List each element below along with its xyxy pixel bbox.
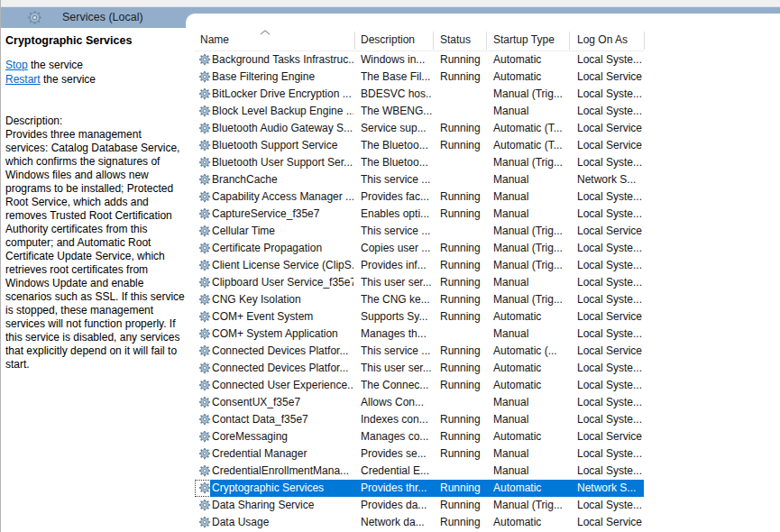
extended-view-pane: Cryptographic Services Stop the service … — [1, 28, 188, 371]
service-row[interactable]: CoreMessaging Manages co... Running Auto… — [195, 428, 644, 445]
service-description-cell: Provides inf... — [361, 257, 432, 274]
service-name-cell: CoreMessaging — [212, 428, 353, 445]
sort-ascending-icon — [260, 29, 271, 36]
console-title: Services (Local) — [62, 11, 143, 23]
service-startup-type-cell: Automatic (... — [493, 343, 568, 360]
service-row[interactable]: Background Tasks Infrastruc... Windows i… — [195, 51, 644, 69]
service-status-cell: Running — [440, 137, 485, 154]
service-row[interactable]: Clipboard User Service_f35e7 This user s… — [195, 274, 644, 291]
service-description-cell: The Connec... — [361, 377, 432, 394]
service-description-cell: Provides se... — [361, 445, 432, 463]
list-column-header: Name Description Status Startup Type Log… — [195, 28, 780, 51]
service-row[interactable]: Credential Manager Provides se... Runnin… — [195, 445, 644, 463]
service-row[interactable]: Client License Service (ClipS... Provide… — [195, 257, 644, 274]
service-log-on-as-cell: Local Service — [577, 308, 644, 326]
service-startup-type-cell: Manual — [493, 188, 568, 206]
service-gear-icon — [198, 70, 211, 83]
service-row[interactable]: Bluetooth User Support Ser... The Blueto… — [195, 154, 644, 171]
service-startup-type-cell: Automatic — [493, 360, 568, 377]
service-log-on-as-cell: Local Syste... — [577, 257, 644, 274]
service-gear-icon — [198, 122, 211, 134]
service-log-on-as-cell: Local Syste... — [577, 188, 644, 206]
stop-service-link[interactable]: Stop — [5, 59, 28, 71]
service-row[interactable]: Block Level Backup Engine ... The WBENG.… — [195, 103, 644, 120]
service-gear-icon — [198, 190, 211, 203]
service-name-cell: Data Sharing Service — [212, 497, 353, 514]
service-status-cell: Running — [440, 51, 485, 69]
service-startup-type-cell: Manual (Trig... — [493, 291, 568, 308]
service-startup-type-cell: Manual — [493, 274, 568, 291]
service-name-cell: CredentialEnrollmentMana... — [212, 463, 353, 480]
service-row[interactable]: Bluetooth Support Service The Bluetoo...… — [195, 137, 644, 154]
service-row[interactable]: ConsentUX_f35e7 Allows Con... Manual Loc… — [195, 394, 644, 411]
column-separator — [569, 32, 570, 50]
service-row[interactable]: Base Filtering Engine The Base Fil... Ru… — [195, 69, 644, 86]
service-row[interactable]: Connected Devices Platfor... This servic… — [195, 343, 644, 360]
restart-service-link[interactable]: Restart — [5, 73, 41, 86]
console-header-bar: Services (Local) — [1, 7, 780, 28]
service-startup-type-cell: Automatic — [493, 514, 568, 531]
stop-action-line: Stop the service — [5, 58, 188, 72]
column-header-log-on-as[interactable]: Log On As — [577, 28, 628, 51]
service-row[interactable]: BranchCache This service ... Manual Netw… — [195, 171, 644, 188]
service-log-on-as-cell: Local Syste... — [577, 274, 644, 291]
service-name-cell: Credential Manager — [212, 445, 353, 463]
service-row[interactable]: Cellular Time This service ... Manual (T… — [195, 223, 644, 240]
service-row[interactable]: Connected Devices Platfor... This user s… — [195, 360, 644, 377]
column-header-startup-type[interactable]: Startup Type — [493, 28, 555, 51]
service-startup-type-cell: Manual (Trig... — [493, 154, 568, 171]
service-log-on-as-cell: Local Syste... — [577, 411, 644, 428]
service-row[interactable]: Data Sharing Service Provides da... Runn… — [195, 497, 644, 514]
service-row[interactable]: COM+ System Application Manages th... Ma… — [195, 326, 644, 343]
service-name-cell: Contact Data_f35e7 — [212, 411, 353, 428]
service-row[interactable]: BitLocker Drive Encryption ... BDESVC ho… — [195, 86, 644, 103]
service-name-cell: ConsentUX_f35e7 — [212, 394, 353, 411]
service-gear-icon — [198, 413, 211, 426]
service-row[interactable]: Cryptographic Services Provides thr... R… — [195, 480, 644, 497]
service-startup-type-cell: Manual — [493, 206, 568, 223]
service-row[interactable]: Contact Data_f35e7 Indexes con... Runnin… — [195, 411, 644, 428]
service-description-cell: BDESVC hos... — [361, 86, 432, 103]
service-gear-icon — [198, 225, 211, 237]
service-status-cell: Running — [440, 343, 485, 360]
service-row[interactable]: Data Usage Network da... Running Automat… — [195, 514, 644, 531]
service-startup-type-cell: Manual — [493, 326, 568, 343]
service-description-cell: Enables opti... — [361, 206, 432, 223]
service-description-cell: This service ... — [361, 343, 432, 360]
service-row[interactable]: Certificate Propagation Copies user ... … — [195, 240, 644, 257]
service-gear-icon — [198, 362, 211, 374]
service-row[interactable]: Capability Access Manager ... Provides f… — [195, 188, 644, 206]
service-description-cell: Windows in... — [361, 51, 432, 69]
service-row[interactable]: CNG Key Isolation The CNG ke... Running … — [195, 291, 644, 308]
service-log-on-as-cell: Local Syste... — [577, 240, 644, 257]
service-row[interactable]: Bluetooth Audio Gateway S... Service sup… — [195, 120, 644, 137]
service-status-cell: Running — [440, 257, 485, 274]
service-log-on-as-cell: Local Syste... — [577, 51, 644, 69]
service-description: Provides three management services: Cata… — [5, 128, 187, 371]
service-name-cell: Clipboard User Service_f35e7 — [212, 274, 353, 291]
service-startup-type-cell: Manual (Trig... — [493, 223, 568, 240]
service-status-cell: Running — [440, 480, 485, 497]
service-name-cell: Data Usage — [212, 514, 353, 531]
service-name-cell: CNG Key Isolation — [212, 291, 353, 308]
service-startup-type-cell: Automatic — [493, 308, 568, 326]
service-log-on-as-cell: Local Syste... — [577, 206, 644, 223]
column-header-status[interactable]: Status — [440, 28, 471, 51]
service-row[interactable]: Connected User Experience... The Connec.… — [195, 377, 644, 394]
service-row[interactable]: CredentialEnrollmentMana... Credential E… — [195, 463, 644, 480]
service-description-cell: Provides da... — [361, 497, 432, 514]
service-gear-icon — [198, 156, 211, 169]
service-description-cell: Network da... — [361, 514, 432, 531]
service-status-cell — [440, 394, 485, 411]
service-status-cell — [440, 86, 485, 103]
service-name-cell: Bluetooth User Support Ser... — [212, 154, 353, 171]
service-log-on-as-cell: Local Service — [577, 223, 644, 240]
service-name-cell: Certificate Propagation — [212, 240, 353, 257]
service-row[interactable]: COM+ Event System Supports Sy... Running… — [195, 308, 644, 326]
column-header-description[interactable]: Description — [361, 28, 415, 51]
service-log-on-as-cell: Local Service — [577, 428, 644, 445]
service-gear-icon — [198, 207, 211, 220]
column-header-name[interactable]: Name — [200, 28, 229, 51]
service-row[interactable]: CaptureService_f35e7 Enables opti... Run… — [195, 206, 644, 223]
service-log-on-as-cell: Local Syste... — [577, 463, 644, 480]
